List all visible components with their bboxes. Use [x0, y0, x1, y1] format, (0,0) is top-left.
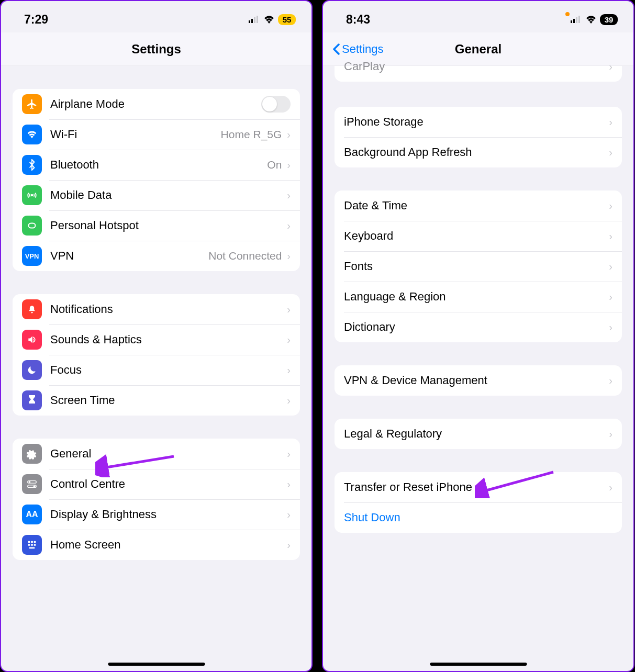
phone-settings: 7:29 55 Settings Airplane Mode Wi-Fi [0, 0, 313, 672]
row-background-refresh[interactable]: Background App Refresh › [335, 137, 622, 167]
chevron-right-icon: › [287, 129, 291, 141]
battery-badge: 55 [278, 14, 296, 25]
settings-group-reset: Transfer or Reset iPhone › Shut Down [335, 472, 622, 533]
row-transfer-reset[interactable]: Transfer or Reset iPhone › [335, 472, 622, 502]
status-time: 7:29 [24, 13, 48, 27]
row-language-region[interactable]: Language & Region › [335, 282, 622, 312]
settings-group-datetime: Date & Time › Keyboard › Fonts › Languag… [335, 191, 622, 342]
airplane-toggle[interactable] [261, 96, 291, 113]
row-legal[interactable]: Legal & Regulatory › [335, 419, 622, 449]
wifi-icon [22, 125, 42, 144]
row-shut-down[interactable]: Shut Down [335, 502, 622, 533]
settings-group-general: General › Control Centre › AA Display & … [13, 439, 300, 560]
row-control-centre[interactable]: Control Centre › [13, 469, 300, 499]
row-label: iPhone Storage [344, 115, 609, 129]
chevron-right-icon: › [609, 200, 612, 212]
chevron-right-icon: › [287, 250, 291, 262]
settings-group-notifications: Notifications › Sounds & Haptics › Focus… [13, 294, 300, 416]
row-label: Sounds & Haptics [50, 333, 287, 346]
signal-icon [249, 16, 260, 23]
home-indicator[interactable] [430, 663, 527, 666]
settings-group-vpn: VPN & Device Management › [335, 365, 622, 396]
grid-icon [22, 535, 42, 555]
row-screen-time[interactable]: Screen Time › [13, 385, 300, 416]
row-label: Home Screen [50, 538, 287, 552]
wifi-status-icon [263, 15, 275, 24]
row-value: Home R_5G [221, 128, 282, 141]
svg-rect-3 [257, 16, 258, 23]
svg-point-8 [34, 485, 36, 487]
row-label: Fonts [344, 260, 609, 273]
chevron-right-icon: › [609, 61, 612, 73]
settings-content[interactable]: Airplane Mode Wi-Fi Home R_5G › Bluetoot… [1, 66, 311, 560]
svg-rect-20 [578, 16, 580, 23]
row-label: Dictionary [344, 320, 609, 334]
svg-rect-1 [251, 19, 253, 23]
row-label: Control Centre [50, 477, 287, 491]
svg-rect-10 [31, 541, 33, 543]
row-iphone-storage[interactable]: iPhone Storage › [335, 107, 622, 137]
row-airplane-mode[interactable]: Airplane Mode [13, 89, 300, 119]
row-focus[interactable]: Focus › [13, 355, 300, 385]
chevron-right-icon: › [609, 147, 612, 159]
row-label: Screen Time [50, 394, 287, 407]
row-label: VPN & Device Management [344, 374, 609, 387]
speaker-icon [22, 330, 42, 350]
svg-point-4 [31, 195, 33, 196]
gear-icon [22, 444, 42, 464]
row-label: Date & Time [344, 199, 609, 212]
svg-rect-11 [34, 541, 36, 543]
chevron-right-icon: › [287, 189, 291, 201]
row-label: VPN [50, 249, 208, 263]
svg-rect-9 [28, 541, 30, 543]
row-label: Wi-Fi [50, 128, 221, 141]
row-label: Legal & Regulatory [344, 427, 609, 441]
home-indicator[interactable] [108, 663, 205, 666]
battery-badge: 39 [600, 14, 618, 25]
nav-bar: Settings [1, 32, 311, 66]
wifi-status-icon [585, 15, 597, 24]
row-vpn[interactable]: VPN VPN Not Connected › [13, 241, 300, 271]
row-fonts[interactable]: Fonts › [335, 251, 622, 282]
row-keyboard[interactable]: Keyboard › [335, 221, 622, 251]
chevron-right-icon: › [609, 321, 612, 333]
chevron-right-icon: › [287, 539, 291, 551]
row-dictionary[interactable]: Dictionary › [335, 312, 622, 342]
row-label: Focus [50, 363, 287, 377]
antenna-icon [22, 185, 42, 205]
chevron-right-icon: › [609, 230, 612, 242]
row-sounds[interactable]: Sounds & Haptics › [13, 324, 300, 355]
chevron-right-icon: › [609, 261, 612, 273]
row-mobile-data[interactable]: Mobile Data › [13, 180, 300, 210]
row-bluetooth[interactable]: Bluetooth On › [13, 150, 300, 180]
settings-group-storage: iPhone Storage › Background App Refresh … [335, 107, 622, 167]
svg-rect-15 [29, 547, 35, 549]
chevron-right-icon: › [287, 478, 291, 490]
row-general[interactable]: General › [13, 439, 300, 469]
status-indicators: 55 [249, 14, 296, 25]
row-label: Keyboard [344, 229, 609, 243]
text-size-icon: AA [22, 505, 42, 524]
mic-indicator-icon [565, 12, 570, 16]
status-bar: 7:29 55 [1, 1, 311, 32]
row-label: Language & Region [344, 290, 609, 304]
row-home-screen[interactable]: Home Screen › [13, 530, 300, 560]
general-content[interactable]: CarPlay › iPhone Storage › Background Ap… [323, 51, 633, 533]
row-display-brightness[interactable]: AA Display & Brightness › [13, 499, 300, 530]
row-label: Mobile Data [50, 188, 287, 202]
chevron-right-icon: › [287, 448, 291, 460]
row-label: Background App Refresh [344, 145, 609, 159]
row-personal-hotspot[interactable]: Personal Hotspot › [13, 210, 300, 241]
chevron-right-icon: › [609, 375, 612, 387]
row-date-time[interactable]: Date & Time › [335, 191, 622, 221]
airplane-icon [22, 94, 42, 114]
row-wifi[interactable]: Wi-Fi Home R_5G › [13, 119, 300, 150]
chevron-right-icon: › [287, 304, 291, 316]
row-label: CarPlay [344, 60, 609, 73]
row-notifications[interactable]: Notifications › [13, 294, 300, 324]
row-vpn-device[interactable]: VPN & Device Management › [335, 365, 622, 396]
row-carplay[interactable]: CarPlay › [335, 51, 622, 82]
svg-rect-17 [571, 20, 572, 23]
status-time: 8:43 [346, 13, 370, 27]
settings-group-connectivity: Airplane Mode Wi-Fi Home R_5G › Bluetoot… [13, 89, 300, 271]
